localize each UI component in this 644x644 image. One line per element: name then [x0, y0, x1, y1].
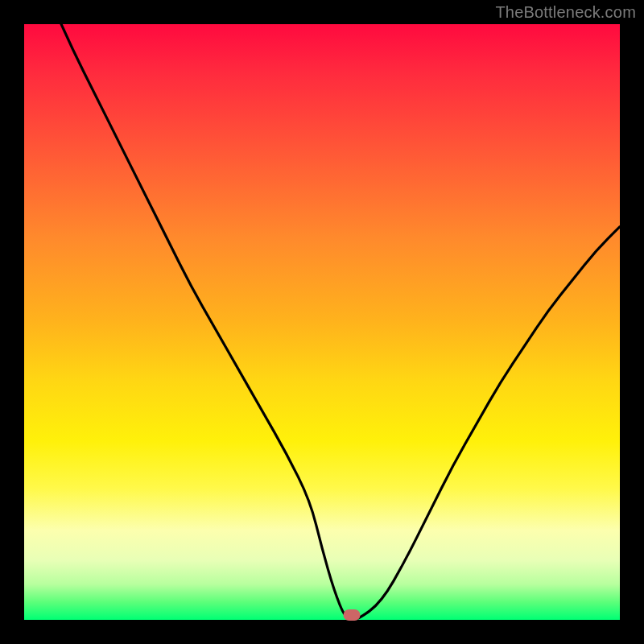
plot-area: [24, 24, 620, 620]
bottleneck-curve: [24, 24, 620, 620]
watermark-text: TheBottleneck.com: [495, 3, 636, 22]
optimal-point-marker: [344, 609, 361, 621]
chart-frame: TheBottleneck.com: [0, 0, 644, 644]
